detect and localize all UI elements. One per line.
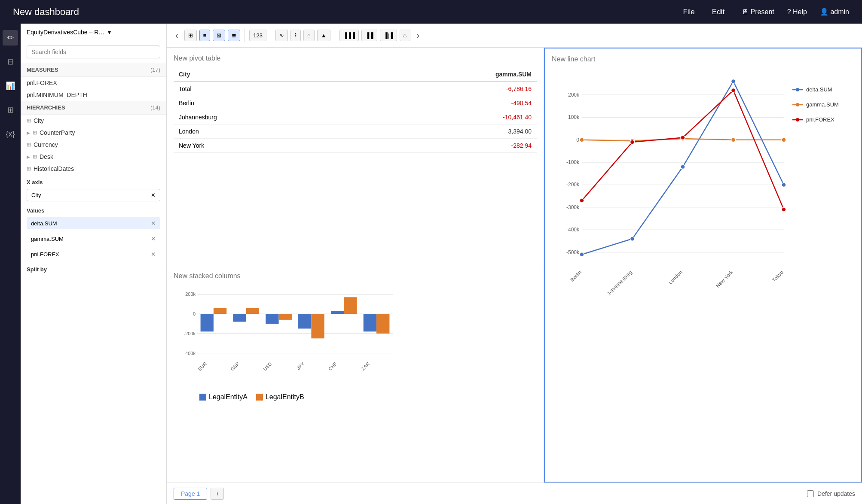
hierarchy-historical[interactable]: ⊞ HistoricalDates [21, 163, 166, 175]
values-label: Values [21, 203, 166, 216]
svg-text:-400k: -400k [183, 351, 196, 356]
code-icon[interactable]: {x} [3, 126, 18, 142]
admin-button[interactable]: 👤 admin [820, 8, 849, 16]
svg-point-51 [782, 138, 786, 142]
cube-selector[interactable]: EquityDerivativesCube – R… ▾ [21, 24, 166, 41]
number-btn[interactable]: 123 [249, 30, 266, 41]
svg-rect-20 [331, 311, 344, 314]
svg-rect-23 [364, 314, 376, 331]
city-cell: Total [174, 82, 359, 96]
file-menu[interactable]: File [683, 8, 694, 16]
svg-point-47 [580, 138, 584, 142]
svg-point-54 [681, 135, 685, 140]
svg-point-53 [630, 140, 635, 144]
value-delta-label: delta.SUM [31, 220, 57, 227]
step-chart-btn[interactable]: ⌂ [303, 30, 315, 41]
area-chart-btn[interactable]: ⌇ [290, 30, 301, 41]
hierarchy-icon-city: ⊞ [27, 118, 31, 124]
line-chart-btn[interactable]: ∿ [275, 30, 288, 41]
filter-icon[interactable]: ⊟ [3, 54, 18, 70]
value-gamma-remove-icon[interactable]: ✕ [151, 235, 156, 242]
svg-rect-14 [266, 314, 278, 324]
svg-point-55 [731, 88, 736, 92]
add-page-button[interactable]: + [211, 488, 223, 500]
hierarchy-city[interactable]: ⊞ City [21, 115, 166, 127]
value-delta-remove-icon[interactable]: ✕ [151, 220, 156, 227]
city-cell: London [174, 124, 359, 139]
list-btn[interactable]: ≣ [228, 30, 240, 41]
hierarchy-counterparty[interactable]: ▶ ⊞ CounterParty [21, 127, 166, 139]
col-chart-btn[interactable]: ▐▐ [361, 30, 377, 41]
svg-text:Berlin: Berlin [569, 269, 583, 283]
expand-desk-icon: ▶ [27, 155, 30, 159]
value-cell: -490.54 [359, 96, 537, 110]
pivot-panel: New pivot table City gamma.SUM Total-6,7… [167, 48, 544, 265]
value-pnl-remove-icon[interactable]: ✕ [151, 251, 156, 258]
value-cell: -282.94 [359, 139, 537, 153]
x-axis-field[interactable]: City ✕ [27, 189, 160, 201]
search-input[interactable] [27, 46, 160, 58]
waterfall-btn[interactable]: ⌂ [400, 30, 411, 41]
svg-rect-18 [311, 314, 324, 338]
measures-count: (17) [150, 67, 160, 73]
hierarchy-currency[interactable]: ⊞ Currency [21, 139, 166, 151]
topbar: New dashboard File Edit 🖥 Present ? Help… [0, 0, 862, 24]
pivot-btn[interactable]: ⊠ [213, 30, 225, 41]
help-button[interactable]: ? Help [787, 8, 807, 16]
svg-text:Tokyo: Tokyo [771, 269, 785, 283]
hierarchy-desk[interactable]: ▶ ⊞ Desk [21, 151, 166, 163]
svg-text:-300k: -300k [566, 204, 580, 210]
top-actions: 🖥 Present ? Help 👤 admin [742, 8, 849, 16]
measure-item-mindepth[interactable]: pnl.MINIMUM_DEPTH [21, 89, 166, 101]
svg-text:0: 0 [193, 311, 196, 316]
pencil-icon[interactable]: ✏ [3, 30, 18, 46]
svg-text:100k: 100k [568, 114, 580, 120]
toolbar: ‹ ⊞ ≡ ⊠ ≣ 123 ∿ ⌇ ⌂ ▲ ▐▐▐ ▐▐ ▐|▐ ⌂ › [167, 24, 862, 48]
svg-text:London: London [667, 269, 684, 285]
hierarchy-historical-label: HistoricalDates [34, 165, 74, 172]
line-chart-panel: New line chart -500k-400k-300k-200k-100k… [544, 48, 862, 483]
chart-icon[interactable]: 📊 [3, 78, 18, 94]
measures-label: MEASURES [27, 67, 58, 73]
value-chip-gamma[interactable]: gamma.SUM ✕ [27, 233, 160, 245]
flat-table-btn[interactable]: ≡ [199, 30, 211, 41]
svg-rect-24 [376, 314, 389, 334]
svg-rect-15 [279, 314, 292, 320]
svg-text:CHF: CHF [327, 361, 338, 372]
stacked-chart-svg: 200k0-200k-400kEURGBPUSDJPYCHFZAR [174, 285, 397, 388]
value-chip-delta[interactable]: delta.SUM ✕ [27, 217, 160, 229]
table-sidebar-icon[interactable]: ⊞ [3, 102, 18, 118]
measure-mindepth-label: pnl.MINIMUM_DEPTH [27, 91, 87, 98]
nav-prev-button[interactable]: ‹ [172, 29, 182, 42]
top-nav: File Edit [683, 8, 724, 16]
page-1-button[interactable]: Page 1 [174, 488, 207, 500]
edit-menu[interactable]: Edit [712, 8, 724, 16]
svg-rect-11 [233, 314, 246, 322]
hierarchy-icon-counterparty: ⊞ [33, 130, 37, 136]
sidebar: EquityDerivativesCube – R… ▾ MEASURES (1… [21, 24, 167, 504]
value-pnl-label: pnl.FOREX [31, 251, 59, 258]
col-gamma: gamma.SUM [359, 67, 537, 82]
svg-text:-400k: -400k [566, 227, 580, 233]
bar-chart-btn[interactable]: ▐▐▐ [339, 30, 359, 41]
legend-b-color [256, 394, 263, 401]
charts-container: New pivot table City gamma.SUM Total-6,7… [167, 48, 862, 483]
defer-checkbox[interactable] [807, 490, 814, 497]
value-chip-pnl[interactable]: pnl.FOREX ✕ [27, 248, 160, 260]
stacked-legend: LegalEntityA LegalEntityB [199, 393, 537, 401]
hierarchy-icon-desk: ⊞ [33, 154, 37, 160]
measure-item-forex[interactable]: pnl.FOREX [21, 77, 166, 89]
stacked-btn[interactable]: ▐|▐ [380, 30, 397, 41]
area-step-btn[interactable]: ▲ [317, 30, 330, 41]
svg-text:USD: USD [262, 361, 273, 372]
x-axis-clear-icon[interactable]: ✕ [151, 192, 156, 198]
present-button[interactable]: 🖥 Present [742, 8, 774, 16]
hierarchy-counterparty-label: CounterParty [40, 129, 75, 136]
dashboard-title: New dashboard [13, 6, 683, 18]
hierarchy-icon-currency: ⊞ [27, 142, 31, 148]
defer-updates-container: Defer updates [807, 490, 855, 497]
table-btn[interactable]: ⊞ [184, 30, 197, 41]
svg-text:EUR: EUR [197, 361, 208, 372]
hierarchy-desk-label: Desk [40, 153, 53, 160]
nav-next-button[interactable]: › [413, 29, 423, 42]
